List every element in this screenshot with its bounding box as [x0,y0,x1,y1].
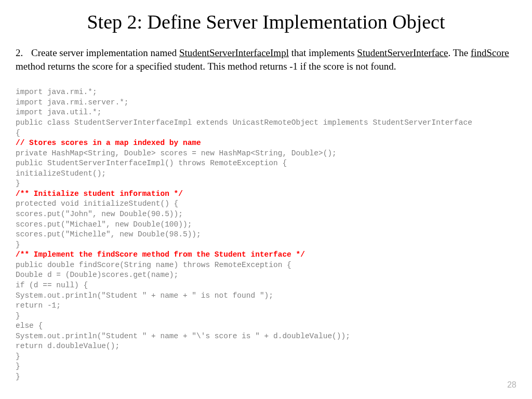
list-number: 2. [16,46,31,60]
desc-text-3: . The [448,47,470,58]
code-line: return d.doubleValue(); [16,342,119,350]
code-line: scores.put("Michael", new Double(100)); [16,220,192,229]
step-description: 2.Create server implementation named Stu… [16,46,516,73]
code-line: return -1; [16,301,61,310]
code-line: } [16,362,20,370]
code-line: Double d = (Double)scores.get(name); [16,271,178,279]
code-line: public class StudentServerInterfaceImpl … [16,118,472,127]
code-line: scores.put("Michelle", new Double(98.5))… [16,230,201,238]
code-comment: /** Initialize student information */ [16,190,183,198]
page-number: 28 [507,380,516,390]
code-line: initializeStudent(); [16,169,106,178]
desc-underline-3: findScore [471,47,509,58]
code-line: if (d == null) { [16,281,88,289]
desc-underline-2: StudentServerInterface [357,47,448,58]
desc-text-2: that implements [289,47,357,58]
code-line: } [16,373,20,381]
code-line: protected void initializeStudent() { [16,200,178,208]
code-block: import java.rmi.*; import java.rmi.serve… [16,87,516,382]
code-line: System.out.println("Student " + name + "… [16,291,273,300]
code-line: } [16,241,20,249]
code-line: private HashMap<String, Double> scores =… [16,149,337,157]
code-line: scores.put("John", new Double(90.5)); [16,210,183,218]
page-title: Step 2: Define Server Implementation Obj… [16,10,516,33]
code-line: import java.rmi.*; [16,88,97,96]
code-line: { [16,129,20,137]
code-line: } [16,312,20,320]
code-line: import java.util.*; [16,108,101,116]
code-comment: // Stores scores in a map indexed by nam… [16,139,201,147]
code-line: } [16,352,20,361]
code-comment: /** Implement the findScore method from … [16,250,305,259]
code-line: else { [16,322,43,330]
code-line: } [16,179,20,188]
desc-text-1: Create server implementation named [31,47,179,58]
code-line: public double findScore(String name) thr… [16,261,291,269]
code-line: public StudentServerInterfaceImpl() thro… [16,159,287,167]
desc-underline-1: StudentServerInterfaceImpl [179,47,289,58]
code-line: System.out.println("Student " + name + "… [16,332,350,340]
code-line: import java.rmi.server.*; [16,98,129,107]
desc-text-4: method returns the score for a specified… [16,61,396,72]
